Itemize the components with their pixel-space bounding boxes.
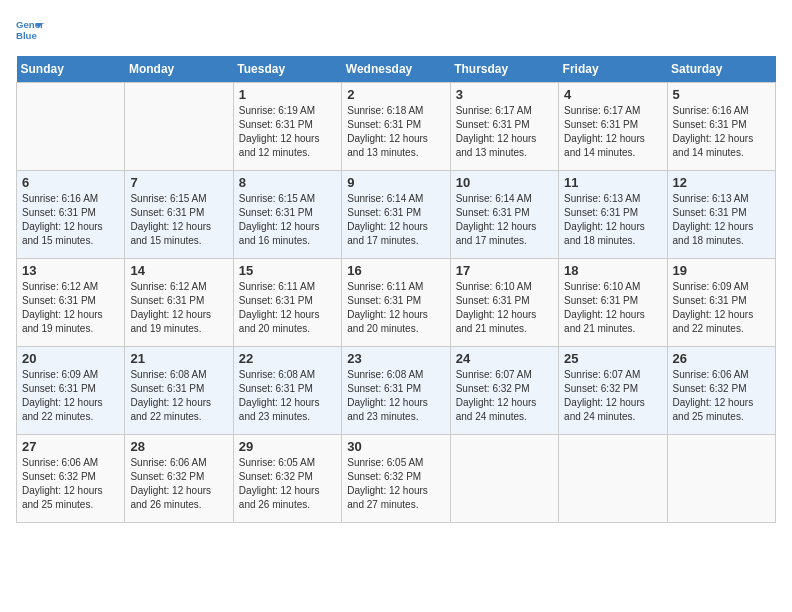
calendar-cell: 13Sunrise: 6:12 AM Sunset: 6:31 PM Dayli… (17, 259, 125, 347)
day-info: Sunrise: 6:08 AM Sunset: 6:31 PM Dayligh… (239, 368, 336, 424)
day-number: 10 (456, 175, 553, 190)
calendar-cell: 17Sunrise: 6:10 AM Sunset: 6:31 PM Dayli… (450, 259, 558, 347)
day-header-thursday: Thursday (450, 56, 558, 83)
day-info: Sunrise: 6:13 AM Sunset: 6:31 PM Dayligh… (673, 192, 770, 248)
day-header-saturday: Saturday (667, 56, 775, 83)
day-number: 22 (239, 351, 336, 366)
day-header-sunday: Sunday (17, 56, 125, 83)
day-number: 1 (239, 87, 336, 102)
day-info: Sunrise: 6:06 AM Sunset: 6:32 PM Dayligh… (22, 456, 119, 512)
day-header-friday: Friday (559, 56, 667, 83)
day-header-tuesday: Tuesday (233, 56, 341, 83)
day-info: Sunrise: 6:07 AM Sunset: 6:32 PM Dayligh… (456, 368, 553, 424)
calendar-cell: 21Sunrise: 6:08 AM Sunset: 6:31 PM Dayli… (125, 347, 233, 435)
calendar-cell (559, 435, 667, 523)
calendar-week-row: 27Sunrise: 6:06 AM Sunset: 6:32 PM Dayli… (17, 435, 776, 523)
calendar-cell: 10Sunrise: 6:14 AM Sunset: 6:31 PM Dayli… (450, 171, 558, 259)
day-info: Sunrise: 6:06 AM Sunset: 6:32 PM Dayligh… (673, 368, 770, 424)
day-info: Sunrise: 6:10 AM Sunset: 6:31 PM Dayligh… (564, 280, 661, 336)
day-info: Sunrise: 6:05 AM Sunset: 6:32 PM Dayligh… (347, 456, 444, 512)
day-number: 13 (22, 263, 119, 278)
calendar-cell: 3Sunrise: 6:17 AM Sunset: 6:31 PM Daylig… (450, 83, 558, 171)
day-info: Sunrise: 6:11 AM Sunset: 6:31 PM Dayligh… (347, 280, 444, 336)
day-header-wednesday: Wednesday (342, 56, 450, 83)
calendar-cell: 28Sunrise: 6:06 AM Sunset: 6:32 PM Dayli… (125, 435, 233, 523)
calendar-cell: 4Sunrise: 6:17 AM Sunset: 6:31 PM Daylig… (559, 83, 667, 171)
day-info: Sunrise: 6:17 AM Sunset: 6:31 PM Dayligh… (456, 104, 553, 160)
day-info: Sunrise: 6:09 AM Sunset: 6:31 PM Dayligh… (673, 280, 770, 336)
day-info: Sunrise: 6:13 AM Sunset: 6:31 PM Dayligh… (564, 192, 661, 248)
calendar-cell: 27Sunrise: 6:06 AM Sunset: 6:32 PM Dayli… (17, 435, 125, 523)
day-number: 28 (130, 439, 227, 454)
day-number: 17 (456, 263, 553, 278)
calendar-cell: 16Sunrise: 6:11 AM Sunset: 6:31 PM Dayli… (342, 259, 450, 347)
calendar-cell: 23Sunrise: 6:08 AM Sunset: 6:31 PM Dayli… (342, 347, 450, 435)
day-number: 5 (673, 87, 770, 102)
calendar-cell (667, 435, 775, 523)
day-number: 6 (22, 175, 119, 190)
calendar-cell (450, 435, 558, 523)
day-number: 27 (22, 439, 119, 454)
svg-text:Blue: Blue (16, 30, 37, 41)
day-number: 9 (347, 175, 444, 190)
day-number: 23 (347, 351, 444, 366)
calendar-cell: 19Sunrise: 6:09 AM Sunset: 6:31 PM Dayli… (667, 259, 775, 347)
calendar-cell: 14Sunrise: 6:12 AM Sunset: 6:31 PM Dayli… (125, 259, 233, 347)
calendar-cell: 30Sunrise: 6:05 AM Sunset: 6:32 PM Dayli… (342, 435, 450, 523)
day-number: 24 (456, 351, 553, 366)
day-info: Sunrise: 6:06 AM Sunset: 6:32 PM Dayligh… (130, 456, 227, 512)
calendar-cell: 11Sunrise: 6:13 AM Sunset: 6:31 PM Dayli… (559, 171, 667, 259)
day-number: 8 (239, 175, 336, 190)
day-number: 3 (456, 87, 553, 102)
day-number: 12 (673, 175, 770, 190)
day-number: 29 (239, 439, 336, 454)
calendar-cell: 9Sunrise: 6:14 AM Sunset: 6:31 PM Daylig… (342, 171, 450, 259)
day-info: Sunrise: 6:05 AM Sunset: 6:32 PM Dayligh… (239, 456, 336, 512)
calendar-week-row: 6Sunrise: 6:16 AM Sunset: 6:31 PM Daylig… (17, 171, 776, 259)
day-info: Sunrise: 6:11 AM Sunset: 6:31 PM Dayligh… (239, 280, 336, 336)
calendar-cell (125, 83, 233, 171)
calendar-header-row: SundayMondayTuesdayWednesdayThursdayFrid… (17, 56, 776, 83)
day-info: Sunrise: 6:12 AM Sunset: 6:31 PM Dayligh… (22, 280, 119, 336)
day-header-monday: Monday (125, 56, 233, 83)
calendar-week-row: 20Sunrise: 6:09 AM Sunset: 6:31 PM Dayli… (17, 347, 776, 435)
day-number: 21 (130, 351, 227, 366)
calendar-week-row: 1Sunrise: 6:19 AM Sunset: 6:31 PM Daylig… (17, 83, 776, 171)
day-info: Sunrise: 6:18 AM Sunset: 6:31 PM Dayligh… (347, 104, 444, 160)
day-info: Sunrise: 6:10 AM Sunset: 6:31 PM Dayligh… (456, 280, 553, 336)
calendar-table: SundayMondayTuesdayWednesdayThursdayFrid… (16, 56, 776, 523)
day-number: 4 (564, 87, 661, 102)
day-number: 30 (347, 439, 444, 454)
calendar-cell: 25Sunrise: 6:07 AM Sunset: 6:32 PM Dayli… (559, 347, 667, 435)
calendar-cell: 22Sunrise: 6:08 AM Sunset: 6:31 PM Dayli… (233, 347, 341, 435)
day-number: 15 (239, 263, 336, 278)
day-number: 19 (673, 263, 770, 278)
logo-icon: General Blue (16, 16, 44, 44)
day-info: Sunrise: 6:17 AM Sunset: 6:31 PM Dayligh… (564, 104, 661, 160)
calendar-cell: 20Sunrise: 6:09 AM Sunset: 6:31 PM Dayli… (17, 347, 125, 435)
calendar-cell: 26Sunrise: 6:06 AM Sunset: 6:32 PM Dayli… (667, 347, 775, 435)
calendar-body: 1Sunrise: 6:19 AM Sunset: 6:31 PM Daylig… (17, 83, 776, 523)
day-number: 14 (130, 263, 227, 278)
day-info: Sunrise: 6:15 AM Sunset: 6:31 PM Dayligh… (130, 192, 227, 248)
page-header: General Blue (16, 16, 776, 44)
day-number: 7 (130, 175, 227, 190)
day-number: 2 (347, 87, 444, 102)
calendar-cell: 12Sunrise: 6:13 AM Sunset: 6:31 PM Dayli… (667, 171, 775, 259)
calendar-cell: 2Sunrise: 6:18 AM Sunset: 6:31 PM Daylig… (342, 83, 450, 171)
day-info: Sunrise: 6:09 AM Sunset: 6:31 PM Dayligh… (22, 368, 119, 424)
day-info: Sunrise: 6:12 AM Sunset: 6:31 PM Dayligh… (130, 280, 227, 336)
calendar-cell: 24Sunrise: 6:07 AM Sunset: 6:32 PM Dayli… (450, 347, 558, 435)
calendar-cell: 29Sunrise: 6:05 AM Sunset: 6:32 PM Dayli… (233, 435, 341, 523)
day-info: Sunrise: 6:19 AM Sunset: 6:31 PM Dayligh… (239, 104, 336, 160)
calendar-cell: 6Sunrise: 6:16 AM Sunset: 6:31 PM Daylig… (17, 171, 125, 259)
day-number: 26 (673, 351, 770, 366)
day-info: Sunrise: 6:14 AM Sunset: 6:31 PM Dayligh… (347, 192, 444, 248)
calendar-cell: 15Sunrise: 6:11 AM Sunset: 6:31 PM Dayli… (233, 259, 341, 347)
day-info: Sunrise: 6:07 AM Sunset: 6:32 PM Dayligh… (564, 368, 661, 424)
day-info: Sunrise: 6:15 AM Sunset: 6:31 PM Dayligh… (239, 192, 336, 248)
day-info: Sunrise: 6:14 AM Sunset: 6:31 PM Dayligh… (456, 192, 553, 248)
calendar-cell: 18Sunrise: 6:10 AM Sunset: 6:31 PM Dayli… (559, 259, 667, 347)
day-info: Sunrise: 6:16 AM Sunset: 6:31 PM Dayligh… (22, 192, 119, 248)
day-info: Sunrise: 6:08 AM Sunset: 6:31 PM Dayligh… (347, 368, 444, 424)
